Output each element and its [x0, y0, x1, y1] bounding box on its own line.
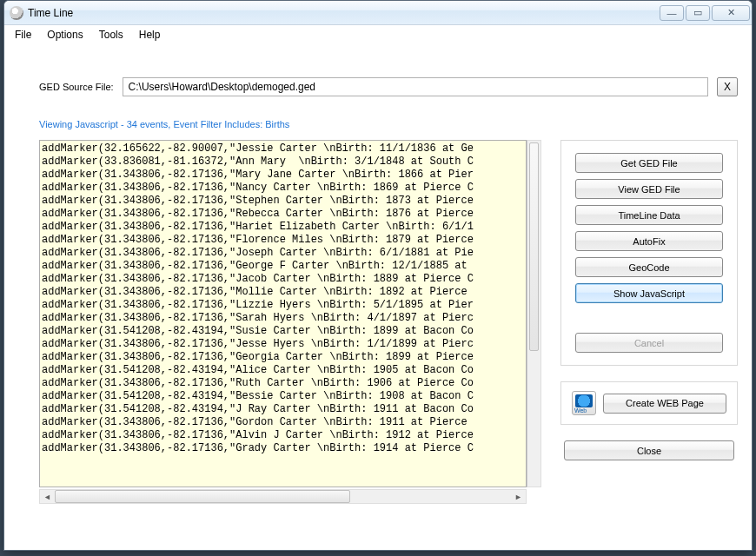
window-title: Time Line — [28, 7, 660, 19]
menu-file[interactable]: File — [15, 29, 31, 41]
timeline-data-button[interactable]: TimeLine Data — [575, 205, 723, 225]
close-window-button[interactable]: ✕ — [712, 5, 750, 21]
code-line: addMarker(31.343806,-82.17136,"Gordon Ca… — [42, 416, 524, 429]
menubar: File Options Tools Help — [4, 25, 752, 44]
minimize-button[interactable]: — — [660, 5, 684, 21]
close-button[interactable]: Close — [564, 440, 734, 460]
code-line: addMarker(31.343806,-82.17136,"Mary Jane… — [42, 169, 524, 182]
code-panel: addMarker(32.165622,-82.90007,"Jessie Ca… — [39, 140, 541, 487]
create-web-page-button[interactable]: Create WEB Page — [603, 394, 726, 414]
code-line: addMarker(31.343806,-82.17136,"George F … — [42, 260, 524, 273]
app-window: Time Line — ▭ ✕ File Options Tools Help … — [3, 0, 753, 551]
close-group: Close — [560, 440, 738, 460]
code-line: addMarker(31.343806,-82.17136,"Lizzie Hy… — [42, 299, 524, 312]
code-line: addMarker(31.541208,-82.43194,"J Ray Car… — [42, 403, 524, 416]
ged-source-row: GED Source File: X — [39, 77, 738, 96]
close-icon: ✕ — [727, 7, 735, 18]
get-ged-file-button[interactable]: Get GED File — [575, 153, 723, 173]
code-line: addMarker(31.343806,-82.17136,"Ruth Cart… — [42, 377, 524, 390]
hscroll-track[interactable] — [55, 490, 511, 503]
code-line: addMarker(31.343806,-82.17136,"Jesse Hye… — [42, 338, 524, 351]
menu-tools[interactable]: Tools — [99, 29, 123, 41]
cancel-button: Cancel — [575, 333, 723, 353]
scroll-left-icon[interactable]: ◄ — [40, 490, 55, 503]
ged-source-input[interactable] — [123, 77, 708, 96]
horizontal-scrollbar[interactable]: ◄ ► — [39, 489, 527, 504]
web-page-icon — [572, 391, 596, 415]
minimize-icon: — — [667, 8, 677, 18]
autofix-button[interactable]: AutoFix — [575, 231, 723, 251]
code-line: addMarker(31.343806,-82.17136,"Stephen C… — [42, 195, 524, 208]
action-button-group: Get GED File View GED File TimeLine Data… — [560, 140, 738, 366]
code-line: addMarker(31.541208,-82.43194,"Alice Car… — [42, 364, 524, 377]
show-javascript-button[interactable]: Show JavaScript — [575, 283, 723, 303]
right-column: Get GED File View GED File TimeLine Data… — [560, 140, 738, 536]
content-area: GED Source File: X Viewing Javascript - … — [4, 44, 752, 550]
titlebar[interactable]: Time Line — ▭ ✕ — [4, 1, 752, 25]
code-line: addMarker(31.343806,-82.17136,"Hariet El… — [42, 221, 524, 234]
code-line: addMarker(31.343806,-82.17136,"Georgia C… — [42, 351, 524, 364]
hscroll-thumb[interactable] — [55, 490, 350, 503]
geocode-button[interactable]: GeoCode — [575, 257, 723, 277]
main-row: addMarker(32.165622,-82.90007,"Jessie Ca… — [39, 140, 738, 536]
code-line: addMarker(31.541208,-82.43194,"Susie Car… — [42, 325, 524, 338]
code-line: addMarker(31.541208,-82.43194,"Bessie Ca… — [42, 390, 524, 403]
code-line: addMarker(31.343806,-82.17136,"Grady Car… — [42, 442, 524, 455]
vertical-scrollbar[interactable] — [527, 140, 541, 487]
code-line: addMarker(31.343806,-82.17136,"Sarah Hye… — [42, 312, 524, 325]
code-line: addMarker(31.343806,-82.17136,"Nancy Car… — [42, 182, 524, 195]
maximize-button[interactable]: ▭ — [686, 5, 710, 21]
code-line: addMarker(32.165622,-82.90007,"Jessie Ca… — [42, 142, 524, 156]
maximize-icon: ▭ — [693, 7, 702, 18]
code-line: addMarker(31.343806,-82.17136,"Rebecca C… — [42, 208, 524, 221]
code-line: addMarker(31.343806,-82.17136,"Joseph Ca… — [42, 247, 524, 260]
app-icon — [10, 6, 23, 20]
scroll-right-icon[interactable]: ► — [511, 490, 526, 503]
clear-ged-button[interactable]: X — [717, 77, 738, 96]
status-text: Viewing Javascript - 34 events, Event Fi… — [39, 119, 738, 129]
window-controls: — ▭ ✕ — [660, 5, 750, 21]
ged-source-label: GED Source File: — [39, 82, 114, 92]
code-line: addMarker(33.836081,-81.16372,"Ann Mary … — [42, 156, 524, 169]
code-line: addMarker(31.343806,-82.17136,"Alvin J C… — [42, 429, 524, 442]
view-ged-file-button[interactable]: View GED File — [575, 179, 723, 199]
create-web-group: Create WEB Page — [560, 381, 738, 425]
code-line: addMarker(31.343806,-82.17136,"Mollie Ca… — [42, 286, 524, 299]
menu-options[interactable]: Options — [47, 29, 83, 41]
code-line: addMarker(31.343806,-82.17136,"Jacob Car… — [42, 273, 524, 286]
code-line: addMarker(31.343806,-82.17136,"Florence … — [42, 234, 524, 247]
spacer — [575, 309, 723, 327]
javascript-output[interactable]: addMarker(32.165622,-82.90007,"Jessie Ca… — [39, 140, 527, 487]
menu-help[interactable]: Help — [139, 29, 161, 41]
